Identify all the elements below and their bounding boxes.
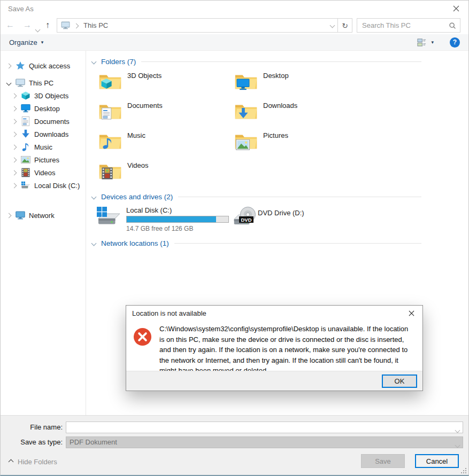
address-bar[interactable]: This PC ↻ xyxy=(57,18,352,33)
group-label[interactable]: Network locations (1) xyxy=(101,239,169,247)
sidebar-item-label: Desktop xyxy=(34,105,60,113)
expand-chevron-icon[interactable] xyxy=(5,214,13,217)
window-close-button[interactable] xyxy=(450,3,462,14)
expand-chevron-icon[interactable] xyxy=(10,107,18,111)
sidebar-item-quick-access[interactable]: Quick access xyxy=(1,59,86,72)
breadcrumb[interactable]: This PC xyxy=(83,21,108,29)
expand-chevron-icon[interactable] xyxy=(10,158,18,162)
drive-tile-dvd[interactable]: DVD DVD Drive (D:) xyxy=(232,206,368,232)
dialog-title: Location is not available xyxy=(132,309,206,317)
folder-tile-desktop[interactable]: Desktop xyxy=(234,71,370,94)
folder-tile-music[interactable]: Music xyxy=(98,131,234,154)
sidebar-item-label: Documents xyxy=(34,118,70,126)
cancel-button[interactable]: Cancel xyxy=(415,454,459,468)
hide-folders-label: Hide Folders xyxy=(18,458,57,466)
view-mode-icon[interactable] xyxy=(417,38,426,47)
sidebar-item-label: Local Disk (C:) xyxy=(34,182,80,190)
quick-access-icon xyxy=(16,61,25,71)
collapse-chevron-icon[interactable] xyxy=(5,81,13,85)
documents-folder-icon xyxy=(98,101,122,121)
save-as-window: Save As ← → ↑ This PC ↻ Organize ▾ xyxy=(0,0,469,476)
group-label[interactable]: Folders (7) xyxy=(101,58,136,66)
folder-tile-label: Pictures xyxy=(263,131,288,154)
view-mode-caret-icon[interactable]: ▾ xyxy=(431,40,434,45)
sidebar-item-pictures[interactable]: Pictures xyxy=(1,153,86,166)
group-header-devices[interactable]: Devices and drives (2) xyxy=(90,191,421,202)
command-toolbar: Organize ▾ ▾ ? xyxy=(1,34,468,51)
dvd-drive-icon: DVD xyxy=(232,206,258,228)
sidebar-item-label: Videos xyxy=(34,169,56,177)
error-icon xyxy=(133,327,152,346)
folder-tile-documents[interactable]: Documents xyxy=(98,101,234,124)
dialog-close-button[interactable] xyxy=(400,306,422,321)
up-button[interactable]: ↑ xyxy=(45,20,50,30)
drive-tile-local-disk-c[interactable]: Local Disk (C:) 14.7 GB free of 126 GB xyxy=(96,206,232,232)
folder-tile-pictures[interactable]: Pictures xyxy=(234,131,370,154)
expand-chevron-icon[interactable] xyxy=(10,120,18,123)
this-pc-icon xyxy=(16,78,25,88)
downloads-folder-icon xyxy=(234,101,258,121)
sidebar-item-3d-objects[interactable]: 3D Objects xyxy=(1,89,86,102)
help-button[interactable]: ? xyxy=(450,37,460,48)
organize-button[interactable]: Organize ▾ xyxy=(9,38,43,46)
sidebar-item-music[interactable]: Music xyxy=(1,141,86,153)
close-icon xyxy=(453,5,459,12)
dialog-footer: OK xyxy=(126,371,422,391)
collapse-group-chevron-icon[interactable] xyxy=(90,195,97,199)
recent-locations-dropdown[interactable] xyxy=(36,25,40,33)
location-not-available-dialog: Location is not available C:\Windows\sys… xyxy=(126,305,423,391)
sidebar-item-downloads[interactable]: Downloads xyxy=(1,128,86,141)
expand-chevron-icon[interactable] xyxy=(10,184,18,188)
3d-objects-folder-icon xyxy=(98,71,122,91)
sidebar-item-label: Quick access xyxy=(29,62,70,70)
folder-tile-downloads[interactable]: Downloads xyxy=(234,101,370,124)
back-button[interactable]: ← xyxy=(6,20,14,30)
refresh-button[interactable]: ↻ xyxy=(337,19,352,32)
sidebar-item-this-pc[interactable]: This PC xyxy=(1,76,86,89)
sidebar-item-network[interactable]: Network xyxy=(1,209,86,222)
ok-button[interactable]: OK xyxy=(382,374,417,388)
resize-grip[interactable] xyxy=(461,468,467,474)
expand-chevron-icon[interactable] xyxy=(5,64,13,68)
file-name-input[interactable] xyxy=(66,422,463,433)
sidebar-item-label: This PC xyxy=(29,79,53,87)
group-header-network-locations[interactable]: Network locations (1) xyxy=(90,238,421,248)
folder-tile-videos[interactable]: Videos xyxy=(98,161,234,184)
expand-chevron-icon[interactable] xyxy=(10,145,18,149)
address-dropdown[interactable] xyxy=(327,24,337,27)
local-disk-drive-icon xyxy=(96,206,122,228)
save-button[interactable]: Save xyxy=(361,454,405,468)
expand-chevron-icon[interactable] xyxy=(10,94,18,98)
search-icon[interactable] xyxy=(449,22,456,29)
folder-tile-label: Downloads xyxy=(263,102,297,124)
chevron-up-icon xyxy=(9,460,13,464)
folder-tile-label: Documents xyxy=(127,102,163,124)
organize-label: Organize xyxy=(9,38,37,46)
file-name-dropdown-icon[interactable] xyxy=(456,426,459,434)
expand-chevron-icon[interactable] xyxy=(10,132,18,136)
search-input[interactable] xyxy=(361,21,449,30)
forward-button[interactable]: → xyxy=(23,20,32,30)
group-header-folders[interactable]: Folders (7) xyxy=(90,56,421,67)
search-box[interactable] xyxy=(357,18,460,33)
collapse-group-chevron-icon[interactable] xyxy=(90,241,97,245)
collapse-group-chevron-icon[interactable] xyxy=(90,60,97,64)
sidebar-item-videos[interactable]: Videos xyxy=(1,166,86,179)
save-as-type-dropdown-icon[interactable] xyxy=(456,441,459,449)
dialog-title-bar: Location is not available xyxy=(126,306,422,321)
this-pc-icon xyxy=(61,21,70,29)
group-label[interactable]: Devices and drives (2) xyxy=(101,193,173,201)
sidebar-item-documents[interactable]: Documents xyxy=(1,115,86,128)
hide-folders-button[interactable]: Hide Folders xyxy=(9,455,57,469)
navigation-bar: ← → ↑ This PC ↻ xyxy=(1,17,468,34)
sidebar-item-desktop[interactable]: Desktop xyxy=(1,102,86,115)
drive-name: DVD Drive (D:) xyxy=(258,209,304,232)
breadcrumb-chevron-icon[interactable] xyxy=(74,21,78,29)
save-as-type-select[interactable]: PDF Dokument xyxy=(66,436,463,448)
disk-free-text: 14.7 GB free of 126 GB xyxy=(126,225,229,232)
sidebar-item-local-disk-c[interactable]: Local Disk (C:) xyxy=(1,179,86,192)
expand-chevron-icon[interactable] xyxy=(10,171,18,175)
devices-grid: Local Disk (C:) 14.7 GB free of 126 GB D… xyxy=(96,206,468,232)
folder-tile-3d-objects[interactable]: 3D Objects xyxy=(98,71,234,94)
sidebar-item-label: Pictures xyxy=(34,156,59,164)
